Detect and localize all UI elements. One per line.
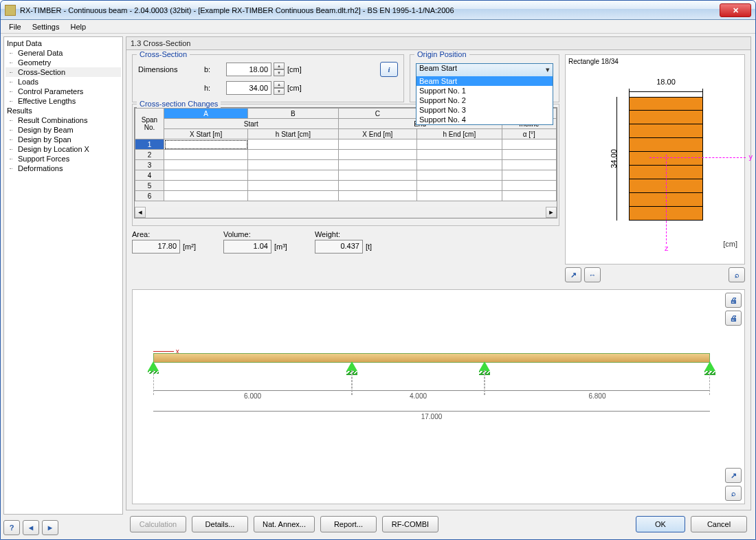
app-icon [5, 5, 16, 16]
page-title: 1.3 Cross-Section [126, 36, 751, 50]
prop-volume: Volume: 1.04[m³] [223, 230, 287, 254]
row-3[interactable]: 3 [135, 160, 164, 170]
clipboard-button[interactable]: 🖨 [725, 311, 742, 326]
b-symbol: b: [204, 65, 223, 74]
menu-settings[interactable]: Settings [27, 21, 65, 32]
nav-item-loads[interactable]: Loads [5, 77, 121, 87]
origin-option-support-4[interactable]: Support No. 4 [416, 115, 553, 124]
rf-combi-button[interactable]: RF-COMBI [382, 516, 438, 532]
grid-hscroll[interactable]: ◄► [135, 207, 557, 218]
help-button[interactable]: ? [3, 520, 20, 535]
upper-row: Cross-Section Dimensions b: ▲▼ [cm] i [132, 54, 745, 282]
prev-page-button[interactable]: ◄ [23, 520, 39, 535]
nav-item-result-combinations[interactable]: Result Combinations [5, 115, 121, 125]
preview-dim-b: 18.00 [629, 78, 703, 86]
col-hstart: h Start [cm] [248, 129, 338, 139]
origin-dropdown-list[interactable]: Beam Start Support No. 1 Support No. 2 S… [416, 76, 553, 125]
origin-option-support-1[interactable]: Support No. 1 [416, 86, 553, 95]
weight-unit: [t] [366, 243, 372, 251]
area-label: Area: [132, 230, 196, 238]
print-button[interactable]: 🖨 [725, 293, 742, 308]
area-unit: [m²] [183, 243, 196, 251]
origin-dropdown[interactable]: Beam Start [416, 63, 553, 77]
changes-legend: Cross-section Changes [137, 100, 221, 108]
col-span-no[interactable]: Span No. [135, 109, 164, 139]
nav-item-control-parameters[interactable]: Control Parameters [5, 87, 121, 96]
row-1[interactable]: 1 [135, 139, 164, 150]
col-b[interactable]: B [248, 109, 338, 119]
support-4 [704, 361, 715, 376]
next-page-button[interactable]: ► [42, 520, 58, 535]
span-dim-1: 6.000 [153, 390, 352, 391]
window-controls: ✕ [720, 3, 751, 17]
origin-option-support-2[interactable]: Support No. 2 [416, 95, 553, 105]
origin-option-support-3[interactable]: Support No. 3 [416, 105, 553, 115]
nav-item-general-data[interactable]: General Data [5, 48, 121, 58]
cross-section-legend: Cross-Section [137, 50, 190, 58]
volume-label: Volume: [223, 230, 287, 238]
close-button[interactable]: ✕ [720, 3, 751, 17]
beam-view[interactable]: 🖨 🖨 ↗ ⌕ x 6.000 4.000 6.800 [132, 289, 745, 504]
row-6[interactable]: 6 [135, 191, 164, 201]
calculation-button[interactable]: Calculation [130, 516, 186, 532]
menu-help[interactable]: Help [65, 21, 91, 32]
h-unit: [cm] [287, 84, 311, 92]
h-spinner[interactable]: ▲▼ [274, 81, 285, 95]
beam-toolbar-top: 🖨 🖨 [725, 293, 742, 326]
row-4[interactable]: 4 [135, 170, 164, 181]
weight-label: Weight: [315, 230, 372, 238]
origin-option-beam-start[interactable]: Beam Start [416, 76, 553, 86]
nav-item-deformations[interactable]: Deformations [5, 164, 121, 173]
menu-file[interactable]: File [3, 21, 27, 32]
preview-unit: [cm] [723, 240, 737, 248]
nav-item-design-by-location-x[interactable]: Design by Location X [5, 144, 121, 154]
dim-row-b: Dimensions b: ▲▼ [cm] i [138, 62, 398, 77]
col-a[interactable]: A [164, 109, 248, 119]
nav-item-effective-lengths[interactable]: Effective Lengths [5, 96, 121, 106]
h-input[interactable] [226, 81, 271, 95]
cell-1a[interactable] [164, 139, 248, 150]
preview-title: Rectangle 18/34 [568, 58, 742, 65]
nav-item-design-by-beam[interactable]: Design by Beam [5, 125, 121, 135]
axis-button[interactable]: ↗ [725, 468, 742, 483]
row-5[interactable]: 5 [135, 181, 164, 191]
preview-canvas: 18.00 34.00 [cm] [568, 68, 742, 249]
col-xend: X End [m] [338, 129, 416, 139]
span-dim-3: 6.800 [485, 390, 710, 391]
page-body: Cross-Section Dimensions b: ▲▼ [cm] i [126, 50, 751, 510]
nav-item-design-by-span[interactable]: Design by Span [5, 135, 121, 144]
cross-section-fieldset: Cross-Section Dimensions b: ▲▼ [cm] i [132, 54, 404, 102]
beam-bar [153, 353, 710, 363]
total-dim: 17.000 [153, 411, 710, 412]
nav-group-results: Results [5, 106, 121, 115]
col-xstart: X Start [m] [164, 129, 248, 139]
info-button[interactable]: i [380, 62, 398, 77]
nat-annex-button[interactable]: Nat. Annex... [254, 516, 315, 532]
nav-group-input: Input Data [5, 38, 121, 48]
dimension-toggle-button[interactable]: ↔ [584, 267, 601, 282]
nav-item-support-forces[interactable]: Support Forces [5, 154, 121, 164]
col-c[interactable]: C [338, 109, 416, 119]
details-button[interactable]: Details... [192, 516, 248, 532]
sidebar-toolbar: ? ◄ ► [3, 519, 123, 535]
origin-position-fieldset: Origin Position Beam Start Beam Start Su… [410, 54, 559, 102]
ok-button[interactable]: OK [636, 516, 685, 532]
b-input[interactable] [226, 63, 271, 76]
title-bar: RX-TIMBER - Continuous beam - 2.04.0003 … [1, 1, 755, 20]
row-2[interactable]: 2 [135, 150, 164, 160]
col-hend: h End [cm] [417, 129, 502, 139]
zoom-extents-button[interactable]: ⌕ [729, 267, 745, 282]
col-alpha: α [°] [502, 129, 556, 139]
nav-item-cross-section[interactable]: Cross-Section [5, 67, 121, 77]
cancel-button[interactable]: Cancel [691, 516, 747, 532]
preview-dim-h: 34.00 [604, 97, 614, 221]
nav-tree[interactable]: Input Data General Data Geometry Cross-S… [5, 38, 121, 513]
dimensions-label: Dimensions [138, 65, 201, 74]
report-button[interactable]: Report... [320, 516, 377, 532]
b-spinner[interactable]: ▲▼ [274, 63, 285, 76]
nav-item-geometry[interactable]: Geometry [5, 58, 121, 67]
volume-unit: [m³] [274, 243, 287, 251]
axis-toggle-button[interactable]: ↗ [565, 267, 581, 282]
col-start: Start [164, 119, 339, 129]
zoom-button[interactable]: ⌕ [725, 486, 742, 501]
